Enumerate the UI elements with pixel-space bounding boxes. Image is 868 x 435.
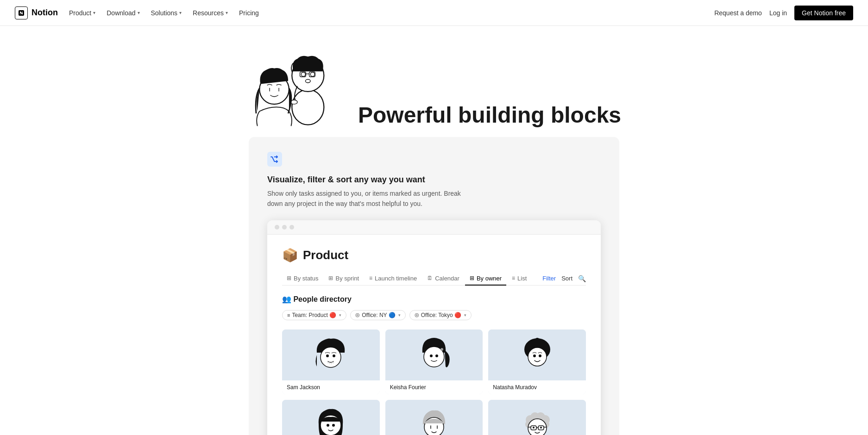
tab-calendar[interactable]: 🗓 Calendar xyxy=(422,272,464,286)
hero-section: Powerful building blocks Visualize, filt… xyxy=(0,26,868,435)
search-icon[interactable]: 🔍 xyxy=(578,275,586,282)
gallery-card-image-person5 xyxy=(385,400,483,435)
gallery-card-label-keisha: Keisha Fourier xyxy=(385,380,483,394)
get-notion-free-button[interactable]: Get Notion free xyxy=(794,6,853,20)
navbar: Notion Product ▾ Download ▾ Solutions ▾ … xyxy=(0,0,868,26)
tab-by-owner[interactable]: ⊞ By owner xyxy=(465,272,506,286)
tab-by-sprint[interactable]: ⊞ By sprint xyxy=(324,272,364,286)
svg-point-26 xyxy=(440,348,443,351)
feature-title: Visualize, filter & sort any way you wan… xyxy=(267,175,601,185)
svg-point-30 xyxy=(525,346,529,350)
chevron-down-icon: ▾ xyxy=(398,313,401,317)
svg-point-29 xyxy=(528,348,547,366)
filter-tag-icon: ◎ xyxy=(355,312,360,318)
chevron-down-icon: ▾ xyxy=(464,313,466,317)
gallery-card-person5[interactable] xyxy=(385,400,483,435)
tab-launch-timeline[interactable]: ≡ Launch timeline xyxy=(365,272,421,286)
filter-tag-icon: ◎ xyxy=(415,312,419,318)
filter-action[interactable]: Filter xyxy=(542,275,556,282)
svg-point-38 xyxy=(332,424,335,427)
window-dot-green xyxy=(289,225,294,230)
window-body: 📦 Product ⊞ By status ⊞ By sprint ≡ xyxy=(267,235,601,435)
filter-tags: ≡ Team: Product 🔴 ▾ ◎ Office: NY 🔵 ▾ ◎ O… xyxy=(282,310,586,320)
tab-icon-status: ⊞ xyxy=(287,275,291,281)
chevron-down-icon: ▾ xyxy=(138,10,140,15)
nav-logo-text: Notion xyxy=(31,8,58,18)
gallery-card-image-keisha xyxy=(385,329,483,380)
feature-card: Visualize, filter & sort any way you wan… xyxy=(249,137,619,435)
database-tabs: ⊞ By status ⊞ By sprint ≡ Launch timelin… xyxy=(282,272,586,286)
gallery-card-natasha[interactable]: Natasha Muradov xyxy=(488,329,586,394)
gallery-card-image-natasha xyxy=(488,329,586,380)
svg-point-32 xyxy=(535,338,540,342)
svg-point-21 xyxy=(333,362,334,363)
window-dot-yellow xyxy=(282,225,287,230)
svg-point-37 xyxy=(327,424,329,427)
request-demo-link[interactable]: Request a demo xyxy=(714,9,762,17)
gallery-card-keisha[interactable]: Keisha Fourier xyxy=(385,329,483,394)
svg-point-57 xyxy=(540,427,542,429)
gallery-card-image-person6 xyxy=(488,400,586,435)
feature-icon xyxy=(267,152,601,169)
chevron-down-icon: ▾ xyxy=(339,313,341,317)
tab-icon-timeline: ≡ xyxy=(369,275,372,281)
filter-tag-icon: ≡ xyxy=(287,312,290,318)
chevron-down-icon: ▾ xyxy=(179,10,182,15)
notion-logo-icon xyxy=(15,6,28,19)
tab-icon-list: ≡ xyxy=(512,275,515,281)
window-dot-red xyxy=(275,225,279,230)
feature-description: Show only tasks assigned to you, or item… xyxy=(267,188,462,209)
svg-point-31 xyxy=(546,346,549,350)
gallery-card-image-person4 xyxy=(282,400,380,435)
nav-item-solutions[interactable]: Solutions ▾ xyxy=(151,9,182,17)
svg-point-1 xyxy=(292,89,324,124)
gallery-card-person6[interactable] xyxy=(488,400,586,435)
hero-title: Powerful building blocks xyxy=(358,102,621,128)
tab-icon-calendar: 🗓 xyxy=(427,275,433,281)
svg-point-34 xyxy=(539,354,541,357)
svg-point-56 xyxy=(533,427,535,429)
nav-item-pricing[interactable]: Pricing xyxy=(239,9,259,17)
chevron-down-icon: ▾ xyxy=(93,10,95,15)
product-header: 📦 Product xyxy=(282,248,586,263)
filter-tag-office-tokyo[interactable]: ◎ Office: Tokyo 🔴 ▾ xyxy=(409,310,472,320)
svg-point-19 xyxy=(329,363,330,364)
sort-action[interactable]: Sort xyxy=(561,275,572,282)
svg-rect-13 xyxy=(267,152,282,167)
tab-list[interactable]: ≡ List xyxy=(507,272,531,286)
gallery-card-image-sam xyxy=(282,329,380,380)
filter-tag-office-ny[interactable]: ◎ Office: NY 🔵 ▾ xyxy=(350,310,406,320)
nav-left: Notion Product ▾ Download ▾ Solutions ▾ … xyxy=(15,6,259,19)
chevron-down-icon: ▾ xyxy=(226,10,228,15)
section-title: 👥 People directory xyxy=(282,295,586,304)
gallery-grid: Sam Jackson xyxy=(282,329,586,435)
tab-actions: Filter Sort 🔍 xyxy=(542,275,586,282)
demo-window: 📦 Product ⊞ By status ⊞ By sprint ≡ xyxy=(267,220,601,435)
svg-point-33 xyxy=(533,354,536,357)
hero-illustration xyxy=(247,44,340,128)
nav-item-download[interactable]: Download ▾ xyxy=(107,9,139,17)
nav-right: Request a demo Log in Get Notion free xyxy=(714,6,853,20)
svg-point-20 xyxy=(331,363,332,364)
nav-item-resources[interactable]: Resources ▾ xyxy=(193,9,228,17)
svg-point-17 xyxy=(333,354,335,357)
window-titlebar xyxy=(267,220,601,235)
svg-point-18 xyxy=(327,362,328,363)
gallery-card-person4[interactable] xyxy=(282,400,380,435)
gallery-card-label-sam: Sam Jackson xyxy=(282,380,380,394)
svg-point-16 xyxy=(326,354,329,357)
login-link[interactable]: Log in xyxy=(769,9,787,17)
gallery-card-label-natasha: Natasha Muradov xyxy=(488,380,586,394)
nav-item-product[interactable]: Product ▾ xyxy=(69,9,95,17)
tab-by-status[interactable]: ⊞ By status xyxy=(282,272,323,286)
tab-icon-owner: ⊞ xyxy=(470,275,474,281)
hero-top: Powerful building blocks xyxy=(247,44,621,128)
svg-point-15 xyxy=(321,347,341,367)
svg-point-24 xyxy=(430,354,433,357)
gallery-card-sam[interactable]: Sam Jackson xyxy=(282,329,380,394)
svg-point-25 xyxy=(435,354,438,357)
filter-tag-team-product[interactable]: ≡ Team: Product 🔴 ▾ xyxy=(282,310,346,320)
nav-logo[interactable]: Notion xyxy=(15,6,58,19)
tab-icon-sprint: ⊞ xyxy=(328,275,333,281)
product-emoji-icon: 📦 xyxy=(282,248,298,263)
